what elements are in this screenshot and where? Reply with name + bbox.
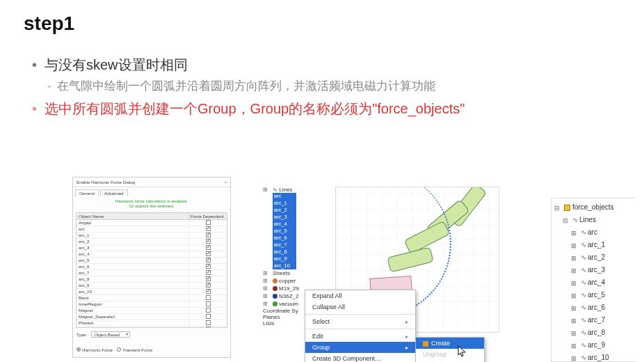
object-table: Object Name Force Dependent Airgaparcarc…: [76, 212, 227, 328]
checkbox[interactable]: [206, 314, 211, 319]
tab-general[interactable]: General: [75, 189, 99, 196]
col-force-dependent: Force Dependent: [189, 213, 227, 219]
radio-harmonic[interactable]: Harmonic Force: [77, 347, 113, 352]
tree-arc-item[interactable]: ∿arc_10: [571, 352, 636, 362]
table-row[interactable]: InnerRegion: [77, 301, 227, 308]
table-row[interactable]: arc_2: [77, 239, 227, 245]
checkbox[interactable]: [206, 270, 211, 275]
radio-transient[interactable]: Transient Force: [117, 347, 152, 352]
slide-title: step1: [24, 13, 620, 35]
submenu-create[interactable]: Create: [416, 338, 484, 349]
tree-arc-selected[interactable]: arc_9: [273, 255, 296, 262]
type-label: Type:: [77, 332, 87, 337]
checkbox[interactable]: [206, 226, 211, 231]
checkbox[interactable]: [206, 233, 211, 237]
group-submenu[interactable]: Create Ungroup Flatten Delete Empty: [415, 337, 485, 362]
table-row[interactable]: Magnet_Separate1: [77, 314, 227, 320]
tree-arc-selected[interactable]: arc_5: [273, 228, 296, 235]
tree-arc-item[interactable]: ∿arc_1: [571, 239, 636, 251]
tree-arc-item[interactable]: ∿arc_6: [571, 301, 636, 314]
checkbox[interactable]: [206, 308, 211, 313]
checkbox[interactable]: [206, 295, 211, 300]
tree-arc-selected[interactable]: arc_1: [273, 200, 296, 207]
table-row[interactable]: arc_7: [77, 270, 227, 276]
result-tree[interactable]: force_objects ∿Lines ∿arc∿arc_1∿arc_2∿ar…: [551, 198, 636, 362]
menu-group[interactable]: Group▸: [305, 342, 415, 353]
table-row[interactable]: Magnet: [77, 308, 227, 314]
menu-create-3d[interactable]: Create 3D Component…: [305, 353, 415, 362]
tree-lines[interactable]: ∿Lines: [563, 214, 636, 226]
tree-arc-selected[interactable]: arc_3: [273, 214, 296, 221]
bullet-1-sub: 在气隙中绘制一个圆弧并沿着圆周方向阵列，并激活频域电磁力计算功能: [32, 77, 620, 97]
checkbox[interactable]: [206, 220, 211, 225]
checkbox[interactable]: [206, 239, 211, 244]
submenu-ungroup: Ungroup: [416, 349, 484, 360]
type-select[interactable]: Object Based: [91, 331, 130, 338]
tree-arc-selected[interactable]: arc_8: [273, 249, 296, 255]
tree-sheets[interactable]: Sheets: [263, 269, 332, 277]
tree-sheet-copper[interactable]: copper: [263, 277, 332, 285]
bullet-list: 与没有skew设置时相同 在气隙中绘制一个圆弧并沿着圆周方向阵列，并激活频域电磁…: [32, 53, 620, 120]
tree-arc-item[interactable]: ∿arc_7: [571, 314, 636, 326]
table-row[interactable]: PhaseA_2: [77, 326, 227, 328]
table-row[interactable]: arc_6: [77, 264, 227, 270]
table-row[interactable]: Band: [77, 295, 227, 301]
menu-edit[interactable]: Edit▸: [305, 331, 415, 342]
checkbox[interactable]: [206, 276, 211, 281]
tree-arc-selected[interactable]: arc_6: [273, 235, 296, 242]
tree-arc-item[interactable]: ∿arc_9: [571, 339, 636, 352]
tree-arc-item[interactable]: ∿arc: [571, 226, 636, 239]
table-row[interactable]: arc_4: [77, 251, 227, 258]
checkbox[interactable]: [206, 264, 211, 269]
checkbox[interactable]: [206, 326, 211, 328]
context-menu[interactable]: Expand All Collapse All Select▸ Edit▸ Gr…: [305, 290, 416, 362]
close-icon[interactable]: ×: [224, 180, 227, 184]
table-row[interactable]: arc_9: [77, 283, 227, 289]
table-row[interactable]: arc_1: [77, 233, 227, 239]
checkbox[interactable]: [206, 258, 211, 262]
dialog-title: Enable Harmonic Force Dialog: [77, 180, 135, 184]
col-object-name: Object Name: [77, 213, 189, 219]
tree-arc-selected[interactable]: arc: [273, 193, 296, 200]
table-row[interactable]: arc: [77, 226, 227, 233]
checkbox[interactable]: [206, 251, 211, 256]
dialog-status: Harmonic force calculation is enabled. 1…: [73, 196, 230, 211]
harmonic-force-dialog: Enable Harmonic Force Dialog × General A…: [72, 177, 231, 358]
table-row[interactable]: arc_8: [77, 276, 227, 283]
table-row[interactable]: PhaseA: [77, 320, 227, 326]
checkbox[interactable]: [206, 245, 211, 250]
checkbox[interactable]: [206, 301, 211, 306]
tree-arc-item[interactable]: ∿arc_2: [571, 251, 636, 264]
table-row[interactable]: arc_5: [77, 258, 227, 264]
tree-arc-item[interactable]: ∿arc_4: [571, 276, 636, 289]
cursor-icon: [458, 345, 467, 358]
menu-expand-all[interactable]: Expand All: [305, 290, 415, 301]
menu-select[interactable]: Select▸: [305, 316, 415, 327]
tree-arc-item[interactable]: ∿arc_8: [571, 326, 636, 339]
checkbox[interactable]: [206, 283, 211, 288]
tree-arc-item[interactable]: ∿arc_5: [571, 289, 636, 301]
tree-arc-selected[interactable]: arc_7: [273, 242, 296, 249]
table-row[interactable]: arc_10: [77, 289, 227, 295]
tree-arc-selected[interactable]: arc_4: [273, 221, 296, 228]
checkbox[interactable]: [206, 320, 211, 325]
bullet-2: 选中所有圆弧并创建一个Group，Group的名称必须为"force_objec…: [32, 97, 620, 120]
bullet-1: 与没有skew设置时相同: [32, 53, 620, 77]
menu-collapse-all[interactable]: Collapse All: [305, 301, 415, 313]
tree-group-force-objects[interactable]: force_objects: [554, 201, 636, 214]
table-row[interactable]: Airgap: [77, 220, 227, 226]
tree-arc-selected[interactable]: arc_10: [273, 262, 296, 269]
tree-arc-item[interactable]: ∿arc_3: [571, 264, 636, 276]
tree-arc-selected[interactable]: arc_2: [273, 207, 296, 214]
table-row[interactable]: arc_3: [77, 245, 227, 251]
checkbox[interactable]: [206, 289, 211, 294]
tab-advanced[interactable]: Advanced: [100, 189, 128, 196]
